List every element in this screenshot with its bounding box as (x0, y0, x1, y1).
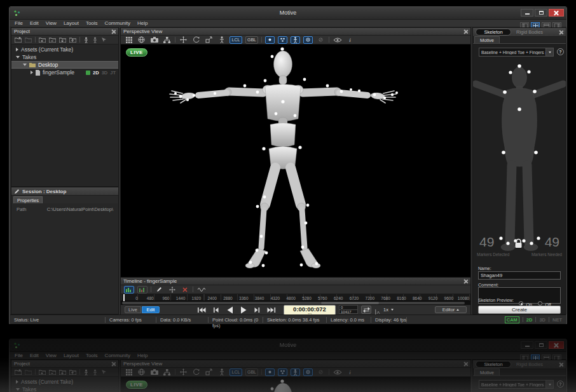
collapse-arrow-icon[interactable] (16, 388, 20, 391)
next-frame-button[interactable] (252, 306, 263, 314)
remove-session-icon[interactable] (25, 37, 32, 43)
menu-edit[interactable]: Edit (30, 20, 39, 26)
select-markers-button[interactable] (265, 36, 275, 44)
globe-view-icon[interactable] (137, 368, 146, 376)
gbl-button[interactable]: GBL (245, 36, 258, 44)
menu-community[interactable]: Community (105, 20, 130, 26)
layout-button-1[interactable] (520, 355, 529, 362)
dropdown-arrow[interactable] (545, 381, 553, 388)
new-take-icon[interactable] (39, 37, 46, 43)
help-icon[interactable]: ? (557, 48, 564, 55)
perspective-viewport[interactable]: LIVE (121, 377, 470, 392)
layout-button-3[interactable] (542, 355, 551, 362)
skeleton-tool-icon[interactable] (217, 36, 226, 44)
editor-expand-button[interactable]: Editor (435, 306, 467, 313)
scale-tool-icon[interactable] (204, 368, 214, 376)
menu-tools[interactable]: Tools (86, 20, 98, 26)
add-rigidbody-icon[interactable] (92, 37, 98, 43)
tab-rigid-bodies[interactable]: Rigid Bodies (516, 362, 543, 367)
project-close-icon[interactable] (112, 30, 116, 34)
playback-rate-dropdown[interactable]: 1x (383, 307, 394, 313)
loop-playback-button[interactable] (361, 306, 371, 314)
import-take-icon[interactable] (59, 369, 66, 375)
camera-capture-icon[interactable] (149, 36, 159, 44)
play-forward-button[interactable] (238, 306, 249, 314)
scrollbar-thumb[interactable] (122, 302, 465, 304)
rotate-tool-icon[interactable] (191, 368, 201, 376)
select-skeletons-button[interactable] (291, 368, 300, 376)
title-bar[interactable]: Motive (10, 339, 566, 352)
live-mode-button[interactable]: Live (125, 306, 141, 313)
close-button[interactable] (549, 9, 564, 17)
remove-session-icon[interactable] (25, 369, 32, 375)
select-rigidbodies-button[interactable] (278, 36, 287, 44)
skeleton-panel-close-icon[interactable] (559, 30, 563, 34)
translate-tool-icon[interactable] (179, 368, 188, 376)
range-end-field[interactable]: 10417 (339, 309, 358, 314)
select-skeletons-button[interactable] (291, 36, 300, 44)
help-icon[interactable]: ? (557, 381, 564, 388)
skip-to-end-button[interactable] (266, 306, 277, 314)
lcl-button[interactable]: LCL (230, 368, 242, 376)
layout-button-2[interactable] (531, 355, 540, 362)
skip-to-start-button[interactable] (196, 306, 207, 314)
menu-community[interactable]: Community (105, 353, 130, 358)
skeleton-panel-close-icon[interactable] (559, 363, 563, 367)
minimize-button[interactable] (521, 9, 533, 17)
visibility-eye-icon[interactable] (333, 368, 342, 376)
previous-frame-button[interactable] (210, 306, 221, 314)
select-markers-button[interactable] (265, 368, 275, 376)
delete-keys-icon[interactable] (180, 286, 189, 294)
menu-layout[interactable]: Layout (64, 353, 79, 358)
expand-arrow-icon[interactable] (31, 71, 33, 74)
title-bar[interactable]: Motive (10, 7, 566, 20)
menu-view[interactable]: View (46, 20, 57, 26)
session-path-row[interactable]: Path C:\Users\NaturalPoint\Desktop\ (11, 203, 118, 215)
menu-tools[interactable]: Tools (86, 353, 98, 358)
new-take-icon[interactable] (39, 369, 46, 375)
tab-properties[interactable]: Properties (13, 196, 43, 203)
dropdown-arrow[interactable] (545, 48, 553, 56)
tab-skeleton[interactable]: Skeleton (476, 361, 511, 368)
select-unlabeled-button[interactable] (303, 368, 313, 376)
maximize-button[interactable] (535, 341, 547, 349)
duplicate-take-icon[interactable] (49, 37, 56, 43)
marker-set-dropdown[interactable]: Baseline + Hinged Toe + Fingers (49) (479, 380, 554, 389)
net-indicator[interactable]: NET (552, 317, 562, 323)
duplicate-take-icon[interactable] (49, 369, 56, 375)
menu-file[interactable]: File (15, 353, 23, 358)
tab-rigid-bodies[interactable]: Rigid Bodies (516, 29, 543, 35)
project-close-icon[interactable] (112, 362, 116, 366)
tree-item-assets[interactable]: Assets (Current Take) (11, 46, 118, 53)
timecode-display[interactable]: 0:00:00:072 72 (284, 305, 336, 315)
perspective-viewport[interactable]: LIVE (121, 44, 470, 277)
info-icon[interactable]: i (345, 36, 355, 44)
menu-help[interactable]: Help (137, 20, 147, 26)
timeline-close-icon[interactable] (464, 280, 468, 283)
menu-layout[interactable]: Layout (64, 20, 79, 26)
menu-view[interactable]: View (46, 353, 57, 358)
expand-arrow-icon[interactable] (16, 380, 18, 384)
export-take-icon[interactable] (69, 369, 76, 375)
grid-view-icon[interactable] (124, 36, 134, 44)
tree-item-takes[interactable]: Takes (11, 386, 118, 392)
2d-indicator[interactable]: 2D (526, 317, 533, 323)
lcl-button[interactable]: LCL (230, 36, 242, 44)
add-rigidbody-icon[interactable] (92, 369, 98, 375)
new-session-icon[interactable] (15, 37, 22, 43)
collapse-arrow-icon[interactable] (23, 64, 27, 66)
3d-indicator[interactable]: 3D (539, 317, 545, 323)
select-rigidbodies-button[interactable] (278, 368, 287, 376)
tab-motive[interactable]: Motive (474, 368, 500, 375)
tree-item-fingersample[interactable]: fingerSample 2D 3D JT (11, 69, 118, 76)
edit-mode-button[interactable]: Edit (142, 306, 160, 313)
skeleton-preview-figure[interactable] (473, 58, 566, 263)
mannequin-3d-model[interactable] (121, 377, 470, 392)
marker-set-dropdown[interactable]: Baseline + Hinged Toe + Fingers (49) (479, 48, 554, 57)
add-skeleton-icon[interactable] (83, 369, 89, 375)
globe-view-icon[interactable] (137, 36, 146, 44)
scale-tool-icon[interactable] (204, 36, 214, 44)
tab-motive[interactable]: Motive (474, 36, 500, 43)
menu-help[interactable]: Help (137, 353, 147, 358)
select-unlabeled-button[interactable] (303, 36, 313, 44)
